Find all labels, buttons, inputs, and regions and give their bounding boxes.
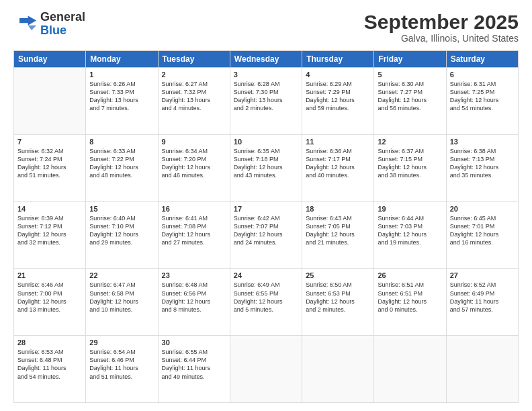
calendar-day: 17Sunrise: 6:42 AM Sunset: 7:07 PM Dayli…	[230, 201, 302, 269]
day-number: 21	[17, 271, 82, 279]
day-number: 8	[89, 138, 154, 146]
day-number: 24	[234, 271, 298, 279]
day-number: 23	[162, 271, 226, 279]
day-info: Sunrise: 6:32 AM Sunset: 7:24 PM Dayligh…	[17, 147, 82, 180]
day-number: 28	[17, 338, 82, 347]
day-info: Sunrise: 6:52 AM Sunset: 6:49 PM Dayligh…	[450, 281, 515, 314]
calendar-day: 20Sunrise: 6:45 AM Sunset: 7:01 PM Dayli…	[446, 201, 518, 269]
day-info: Sunrise: 6:47 AM Sunset: 6:58 PM Dayligh…	[89, 281, 154, 314]
day-info: Sunrise: 6:43 AM Sunset: 7:05 PM Dayligh…	[306, 214, 370, 247]
header-row: SundayMondayTuesdayWednesdayThursdayFrid…	[14, 51, 519, 68]
day-info: Sunrise: 6:54 AM Sunset: 6:46 PM Dayligh…	[89, 348, 154, 381]
logo-icon	[13, 12, 38, 36]
day-info: Sunrise: 6:53 AM Sunset: 6:48 PM Dayligh…	[17, 348, 82, 381]
day-number: 12	[378, 138, 442, 146]
day-info: Sunrise: 6:50 AM Sunset: 6:53 PM Dayligh…	[306, 281, 370, 314]
calendar-day: 10Sunrise: 6:35 AM Sunset: 7:18 PM Dayli…	[230, 134, 302, 201]
calendar-day: 12Sunrise: 6:37 AM Sunset: 7:15 PM Dayli…	[374, 134, 446, 201]
calendar-day	[446, 336, 518, 403]
day-number: 4	[306, 71, 370, 79]
day-number: 13	[450, 138, 515, 146]
day-number: 3	[234, 71, 298, 79]
calendar-day: 30Sunrise: 6:55 AM Sunset: 6:44 PM Dayli…	[158, 336, 230, 403]
weekday-header-saturday: Saturday	[446, 51, 518, 68]
day-info: Sunrise: 6:36 AM Sunset: 7:17 PM Dayligh…	[306, 147, 370, 180]
day-number: 15	[89, 205, 154, 213]
calendar-day: 22Sunrise: 6:47 AM Sunset: 6:58 PM Dayli…	[86, 269, 158, 336]
day-number: 5	[378, 71, 442, 79]
day-number: 20	[450, 205, 515, 213]
calendar-week-5: 28Sunrise: 6:53 AM Sunset: 6:48 PM Dayli…	[14, 336, 519, 403]
calendar-day: 18Sunrise: 6:43 AM Sunset: 7:05 PM Dayli…	[302, 201, 374, 269]
page: General Blue September 2025 Galva, Illin…	[0, 0, 532, 411]
calendar-day: 28Sunrise: 6:53 AM Sunset: 6:48 PM Dayli…	[14, 336, 86, 403]
day-info: Sunrise: 6:39 AM Sunset: 7:12 PM Dayligh…	[17, 214, 82, 247]
day-number: 10	[234, 138, 298, 146]
calendar-day	[302, 336, 374, 403]
calendar-week-2: 7Sunrise: 6:32 AM Sunset: 7:24 PM Daylig…	[14, 134, 519, 201]
day-info: Sunrise: 6:37 AM Sunset: 7:15 PM Dayligh…	[378, 147, 442, 180]
calendar-day: 16Sunrise: 6:41 AM Sunset: 7:08 PM Dayli…	[158, 201, 230, 269]
day-info: Sunrise: 6:45 AM Sunset: 7:01 PM Dayligh…	[450, 214, 515, 247]
weekday-header-thursday: Thursday	[302, 51, 374, 68]
day-info: Sunrise: 6:27 AM Sunset: 7:32 PM Dayligh…	[162, 80, 226, 113]
calendar-day: 7Sunrise: 6:32 AM Sunset: 7:24 PM Daylig…	[14, 134, 86, 201]
day-number: 27	[450, 271, 515, 279]
calendar-day: 8Sunrise: 6:33 AM Sunset: 7:22 PM Daylig…	[86, 134, 158, 201]
logo: General Blue	[13, 11, 85, 38]
day-info: Sunrise: 6:49 AM Sunset: 6:55 PM Dayligh…	[234, 281, 298, 314]
calendar-day: 21Sunrise: 6:46 AM Sunset: 7:00 PM Dayli…	[14, 269, 86, 336]
day-number: 30	[162, 338, 226, 347]
calendar-week-1: 1Sunrise: 6:26 AM Sunset: 7:33 PM Daylig…	[14, 68, 519, 135]
logo-text: General Blue	[40, 11, 85, 38]
day-info: Sunrise: 6:31 AM Sunset: 7:25 PM Dayligh…	[450, 80, 515, 113]
day-info: Sunrise: 6:51 AM Sunset: 6:51 PM Dayligh…	[378, 281, 442, 314]
calendar-day: 4Sunrise: 6:29 AM Sunset: 7:29 PM Daylig…	[302, 68, 374, 135]
calendar-day: 26Sunrise: 6:51 AM Sunset: 6:51 PM Dayli…	[374, 269, 446, 336]
calendar-day: 5Sunrise: 6:30 AM Sunset: 7:27 PM Daylig…	[374, 68, 446, 135]
day-number: 16	[162, 205, 226, 213]
title-block: September 2025 Galva, Illinois, United S…	[364, 11, 519, 44]
day-number: 1	[89, 71, 154, 79]
calendar-day: 6Sunrise: 6:31 AM Sunset: 7:25 PM Daylig…	[446, 68, 518, 135]
day-info: Sunrise: 6:48 AM Sunset: 6:56 PM Dayligh…	[162, 281, 226, 314]
calendar-day: 27Sunrise: 6:52 AM Sunset: 6:49 PM Dayli…	[446, 269, 518, 336]
day-number: 11	[306, 138, 370, 146]
svg-marker-1	[28, 26, 37, 30]
day-number: 17	[234, 205, 298, 213]
day-number: 7	[17, 138, 82, 146]
day-info: Sunrise: 6:28 AM Sunset: 7:30 PM Dayligh…	[234, 80, 298, 113]
day-number: 26	[378, 271, 442, 279]
header: General Blue September 2025 Galva, Illin…	[13, 11, 519, 44]
day-info: Sunrise: 6:29 AM Sunset: 7:29 PM Dayligh…	[306, 80, 370, 113]
day-number: 9	[162, 138, 226, 146]
day-info: Sunrise: 6:46 AM Sunset: 7:00 PM Dayligh…	[17, 281, 82, 314]
calendar-day	[374, 336, 446, 403]
calendar-day: 3Sunrise: 6:28 AM Sunset: 7:30 PM Daylig…	[230, 68, 302, 135]
day-info: Sunrise: 6:55 AM Sunset: 6:44 PM Dayligh…	[162, 348, 226, 381]
day-info: Sunrise: 6:26 AM Sunset: 7:33 PM Dayligh…	[89, 80, 154, 113]
day-number: 25	[306, 271, 370, 279]
calendar-day	[230, 336, 302, 403]
day-number: 14	[17, 205, 82, 213]
logo-line1: General	[40, 10, 85, 24]
calendar-day: 23Sunrise: 6:48 AM Sunset: 6:56 PM Dayli…	[158, 269, 230, 336]
day-info: Sunrise: 6:38 AM Sunset: 7:13 PM Dayligh…	[450, 147, 515, 180]
svg-marker-0	[19, 15, 36, 25]
weekday-header-tuesday: Tuesday	[158, 51, 230, 68]
calendar-day: 24Sunrise: 6:49 AM Sunset: 6:55 PM Dayli…	[230, 269, 302, 336]
weekday-header-friday: Friday	[374, 51, 446, 68]
day-number: 29	[89, 338, 154, 347]
day-number: 2	[162, 71, 226, 79]
day-info: Sunrise: 6:35 AM Sunset: 7:18 PM Dayligh…	[234, 147, 298, 180]
day-number: 18	[306, 205, 370, 213]
day-number: 6	[450, 71, 515, 79]
logo-line2: Blue	[40, 24, 66, 37]
day-number: 19	[378, 205, 442, 213]
month-title: September 2025	[364, 11, 519, 33]
calendar-week-3: 14Sunrise: 6:39 AM Sunset: 7:12 PM Dayli…	[14, 201, 519, 269]
day-info: Sunrise: 6:30 AM Sunset: 7:27 PM Dayligh…	[378, 80, 442, 113]
day-info: Sunrise: 6:44 AM Sunset: 7:03 PM Dayligh…	[378, 214, 442, 247]
calendar-day: 14Sunrise: 6:39 AM Sunset: 7:12 PM Dayli…	[14, 201, 86, 269]
calendar-day: 13Sunrise: 6:38 AM Sunset: 7:13 PM Dayli…	[446, 134, 518, 201]
